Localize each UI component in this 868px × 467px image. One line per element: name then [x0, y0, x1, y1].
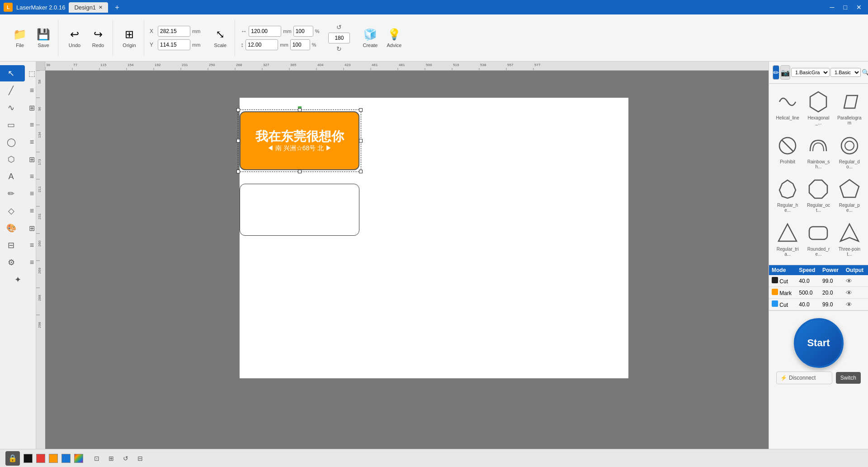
- save-label: Save: [38, 43, 49, 48]
- svg-text:173: 173: [38, 159, 42, 165]
- height-input[interactable]: [245, 39, 278, 50]
- shape-prohibit[interactable]: Prohibit: [773, 131, 802, 174]
- design-object-orange[interactable]: 我在东莞很想你 ◀ 南 兴洲☆68号 北 ▶: [240, 111, 359, 170]
- design-tab[interactable]: Design1 ✕: [69, 2, 108, 13]
- shape-regular-tri[interactable]: Regular_tria...: [773, 219, 802, 262]
- text-align-tool[interactable]: ≡: [26, 168, 37, 185]
- shape-regular-pe[interactable]: Regular_pe...: [835, 175, 864, 218]
- panel-tab-camera[interactable]: 📷: [780, 65, 790, 80]
- undo-button[interactable]: ↩ Undo: [64, 26, 85, 50]
- close-button[interactable]: ✕: [854, 3, 864, 12]
- shape-category-select-2[interactable]: 1.Basic: [830, 68, 861, 77]
- edit-align-tool[interactable]: ≡: [26, 186, 37, 202]
- multi-select-tool[interactable]: ⊞: [26, 100, 37, 116]
- width-input[interactable]: [249, 26, 281, 37]
- layer-eye-2[interactable]: 👁: [843, 299, 868, 310]
- color-swatch-black[interactable]: [24, 454, 33, 463]
- disconnect-label: Disconnect: [789, 375, 816, 381]
- ellipse-tool[interactable]: ◯: [0, 134, 25, 150]
- color-align-tool[interactable]: ⊞: [26, 220, 37, 236]
- select-tools-row: ↖ ⬚: [0, 65, 36, 81]
- lock-status[interactable]: 🔒: [5, 451, 20, 466]
- ellipse-align-tool[interactable]: ≡: [26, 134, 37, 150]
- shape-search-icon[interactable]: 🔍: [862, 69, 868, 76]
- select-tool[interactable]: ↖: [0, 65, 25, 81]
- x-input[interactable]: [158, 26, 190, 37]
- canvas-wrapper[interactable]: 38 77 115 154 192 231 250 288 32: [36, 62, 769, 449]
- scale-button[interactable]: ⤡ Scale: [209, 26, 231, 50]
- measure-tool[interactable]: ⚙: [0, 254, 25, 271]
- rect-tool[interactable]: ▭: [0, 117, 25, 133]
- shape-hexagonal[interactable]: Hexagonal_...: [803, 87, 833, 130]
- fill-align-tool[interactable]: ≡: [26, 203, 37, 219]
- layer-row-1[interactable]: Mark 500.0 20.0 👁: [769, 287, 868, 299]
- color-swatch-orange[interactable]: [49, 454, 58, 463]
- color-swatch-blue[interactable]: [61, 454, 71, 463]
- svg-rect-70: [809, 227, 827, 239]
- disconnect-button[interactable]: ⚡ Disconnect: [776, 372, 832, 384]
- parallelogram-icon: [838, 90, 861, 114]
- create-button[interactable]: 🧊 Create: [359, 26, 381, 50]
- design-object-white[interactable]: [240, 184, 359, 236]
- grid-tool[interactable]: ⊞: [26, 151, 37, 167]
- svg-marker-69: [778, 224, 797, 241]
- start-button[interactable]: Start: [794, 318, 844, 368]
- shape-category-select-1[interactable]: 1.BasicGra: [791, 68, 830, 77]
- redo-button[interactable]: ↪ Redo: [87, 26, 109, 50]
- maximize-button[interactable]: □: [841, 3, 850, 12]
- shape-regular-he[interactable]: Regular_he...: [773, 175, 802, 218]
- origin-button[interactable]: ⊞ Origin: [118, 26, 140, 50]
- layer-eye-1[interactable]: 👁: [843, 287, 868, 299]
- advice-button[interactable]: 💡 Advice: [383, 26, 405, 50]
- fill-tool[interactable]: ◇: [0, 203, 25, 219]
- canvas-area[interactable]: 我在东莞很想你 ◀ 南 兴洲☆68号 北 ▶: [45, 71, 769, 449]
- y-input[interactable]: [158, 39, 190, 50]
- shape-rounded-re[interactable]: Rounded_re...: [803, 219, 833, 262]
- text-tool[interactable]: A: [0, 168, 25, 185]
- width-pct-input[interactable]: [293, 26, 313, 37]
- tab-close-button[interactable]: ✕: [99, 5, 103, 10]
- lock-icon[interactable]: ↺: [336, 24, 342, 31]
- new-tab-button[interactable]: ＋: [113, 3, 121, 12]
- color-swatch-rainbow[interactable]: [74, 454, 83, 463]
- svg-marker-68: [840, 180, 859, 197]
- rect-align-tool[interactable]: ≡: [26, 117, 37, 133]
- panel-tab-edit[interactable]: ✏: [773, 65, 779, 80]
- layer-eye-0[interactable]: 👁: [843, 275, 868, 287]
- svg-text:115: 115: [100, 63, 107, 67]
- layer-tool[interactable]: ⊟: [0, 237, 25, 253]
- layer-align-tool[interactable]: ≡: [26, 237, 37, 253]
- color-tool[interactable]: 🎨: [0, 220, 25, 236]
- height-pct-input[interactable]: [290, 39, 310, 50]
- grid-view-tool[interactable]: ⊟: [134, 452, 146, 465]
- rotate-tool[interactable]: ↺: [119, 452, 132, 465]
- svg-marker-61: [844, 95, 858, 108]
- layer-row-2[interactable]: Cut 40.0 99.0 👁: [769, 299, 868, 310]
- fit-view-tool[interactable]: ⊡: [90, 452, 103, 465]
- shape-helical-line[interactable]: Helical_line: [773, 87, 802, 130]
- minimize-button[interactable]: ─: [827, 3, 837, 12]
- svg-text:461: 461: [372, 63, 378, 67]
- curve-tool[interactable]: ∿: [0, 100, 25, 116]
- shape-three-point[interactable]: Three-point...: [835, 219, 864, 262]
- rotate-input[interactable]: [328, 33, 350, 43]
- color-swatch-red[interactable]: [36, 454, 45, 463]
- misc-tool[interactable]: ✦: [5, 272, 32, 288]
- line-tool[interactable]: ╱: [0, 82, 25, 99]
- three-point-icon: [838, 221, 861, 245]
- node-tool[interactable]: ⬚: [26, 65, 37, 81]
- align-tool[interactable]: ≡: [26, 82, 37, 99]
- shape-parallelogram[interactable]: Parallelogram: [835, 87, 864, 130]
- save-button[interactable]: 💾 Save: [33, 26, 54, 50]
- measure-align-tool[interactable]: ≡: [26, 254, 37, 271]
- polygon-tool[interactable]: ⬡: [0, 151, 25, 167]
- shape-rainbow[interactable]: Rainbow_sh...: [803, 131, 833, 174]
- rotate-icon[interactable]: ↻: [336, 45, 342, 52]
- shape-regular-do[interactable]: Regular_do...: [835, 131, 864, 174]
- shape-regular-oct[interactable]: Regular_oct...: [803, 175, 833, 218]
- file-button[interactable]: 📁 File: [9, 26, 31, 50]
- layer-row-0[interactable]: Cut 40.0 99.0 👁: [769, 275, 868, 287]
- switch-button[interactable]: Switch: [836, 372, 861, 384]
- select-all-tool[interactable]: ⊞: [105, 452, 118, 465]
- edit-tool[interactable]: ✏: [0, 186, 25, 202]
